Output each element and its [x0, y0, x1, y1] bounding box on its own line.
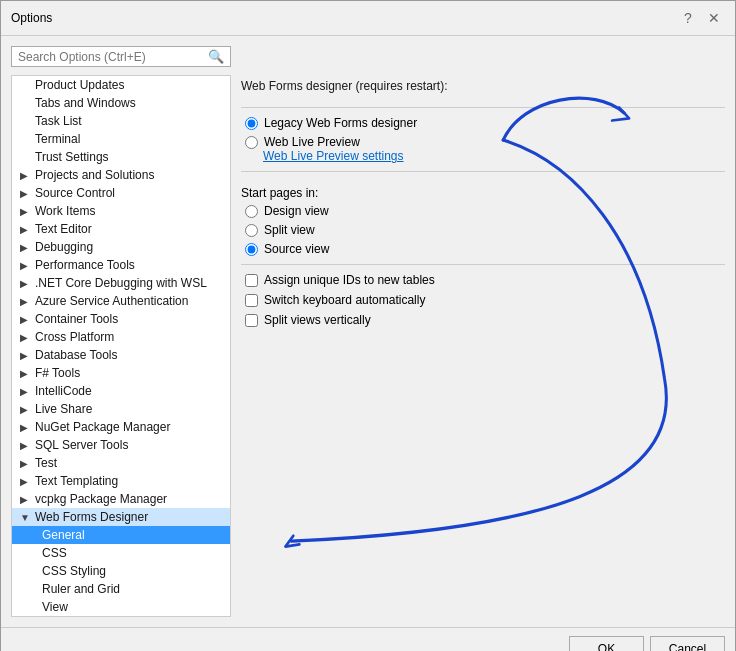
tree-item-vcpkg[interactable]: ▶ vcpkg Package Manager [12, 490, 230, 508]
expand-arrow: ▶ [20, 242, 32, 253]
expand-arrow: ▶ [20, 314, 32, 325]
close-button[interactable]: ✕ [703, 7, 725, 29]
expand-arrow: ▶ [20, 494, 32, 505]
checkbox-unique-ids-text: Assign unique IDs to new tables [264, 273, 435, 287]
expand-arrow: ▶ [20, 476, 32, 487]
search-input[interactable] [18, 50, 208, 64]
tree-label: Tabs and Windows [35, 96, 136, 110]
expand-arrow: ▼ [20, 512, 32, 523]
radio-web-live-text: Web Live Preview [264, 135, 360, 149]
tree-label: Web Forms Designer [35, 510, 148, 524]
tree-item-text-templating[interactable]: ▶ Text Templating [12, 472, 230, 490]
tree-label: Performance Tools [35, 258, 135, 272]
tree-item-web-forms-designer[interactable]: ▼ Web Forms Designer [12, 508, 230, 526]
tree-label: Terminal [35, 132, 80, 146]
tree-item-sql-server[interactable]: ▶ SQL Server Tools [12, 436, 230, 454]
dialog-title: Options [11, 11, 52, 25]
expand-arrow: ▶ [20, 260, 32, 271]
radio-web-live-input[interactable] [245, 136, 258, 149]
tree-item-live-share[interactable]: ▶ Live Share [12, 400, 230, 418]
radio-source-input[interactable] [245, 243, 258, 256]
section-divider-1 [241, 107, 725, 108]
radio-legacy-input[interactable] [245, 117, 258, 130]
tree-item-trust-settings[interactable]: Trust Settings [12, 148, 230, 166]
tree-label: Live Share [35, 402, 92, 416]
tree-item-terminal[interactable]: Terminal [12, 130, 230, 148]
expand-arrow: ▶ [20, 386, 32, 397]
checkbox-split-vertical-label[interactable]: Split views vertically [245, 313, 725, 327]
section-divider-2 [241, 171, 725, 172]
tree-label: vcpkg Package Manager [35, 492, 167, 506]
tree-label: Product Updates [35, 78, 124, 92]
tree-item-product-updates[interactable]: Product Updates [12, 76, 230, 94]
checkbox-group: Assign unique IDs to new tables Switch k… [245, 273, 725, 327]
search-icon: 🔍 [208, 49, 224, 64]
radio-design-label[interactable]: Design view [245, 204, 725, 218]
radio-legacy-label[interactable]: Legacy Web Forms designer [245, 116, 725, 130]
tree-item-css[interactable]: CSS [12, 544, 230, 562]
tree-item-azure-auth[interactable]: ▶ Azure Service Authentication [12, 292, 230, 310]
tree-item-work-items[interactable]: ▶ Work Items [12, 202, 230, 220]
expand-arrow: ▶ [20, 278, 32, 289]
tree-item-task-list[interactable]: Task List [12, 112, 230, 130]
tree-item-cross-platform[interactable]: ▶ Cross Platform [12, 328, 230, 346]
tree-item-view[interactable]: View [12, 598, 230, 616]
tree-item-source-control[interactable]: ▶ Source Control [12, 184, 230, 202]
start-pages-radio-group: Design view Split view Source view [245, 204, 725, 256]
tree-item-projects-solutions[interactable]: ▶ Projects and Solutions [12, 166, 230, 184]
tree-item-debugging[interactable]: ▶ Debugging [12, 238, 230, 256]
radio-split-label[interactable]: Split view [245, 223, 725, 237]
left-tree-panel: Product Updates Tabs and Windows Task Li… [11, 75, 231, 617]
checkbox-split-vertical[interactable] [245, 314, 258, 327]
expand-arrow: ▶ [20, 422, 32, 433]
tree-item-text-editor[interactable]: ▶ Text Editor [12, 220, 230, 238]
tree-item-css-styling[interactable]: CSS Styling [12, 562, 230, 580]
radio-split-input[interactable] [245, 224, 258, 237]
tree-item-ruler-grid[interactable]: Ruler and Grid [12, 580, 230, 598]
radio-source-label[interactable]: Source view [245, 242, 725, 256]
tree-item-performance-tools[interactable]: ▶ Performance Tools [12, 256, 230, 274]
tree-item-nuget[interactable]: ▶ NuGet Package Manager [12, 418, 230, 436]
tree-item-fsharp[interactable]: ▶ F# Tools [12, 364, 230, 382]
checkbox-unique-ids[interactable] [245, 274, 258, 287]
tree-item-intellicode[interactable]: ▶ IntelliCode [12, 382, 230, 400]
radio-design-input[interactable] [245, 205, 258, 218]
radio-split-text: Split view [264, 223, 315, 237]
right-settings-panel: Web Forms designer (requires restart): L… [241, 75, 725, 617]
cancel-button[interactable]: Cancel [650, 636, 725, 651]
checkbox-split-vertical-text: Split views vertically [264, 313, 371, 327]
tree-item-net-core-debugging[interactable]: ▶ .NET Core Debugging with WSL [12, 274, 230, 292]
ok-button[interactable]: OK [569, 636, 644, 651]
expand-arrow: ▶ [20, 350, 32, 361]
main-content: Product Updates Tabs and Windows Task Li… [11, 75, 725, 617]
tree-item-tabs-windows[interactable]: Tabs and Windows [12, 94, 230, 112]
expand-arrow: ▶ [20, 458, 32, 469]
radio-web-live-label[interactable]: Web Live Preview [245, 135, 725, 149]
tree-item-database-tools[interactable]: ▶ Database Tools [12, 346, 230, 364]
checkbox-keyboard-text: Switch keyboard automatically [264, 293, 425, 307]
web-forms-radio-group: Legacy Web Forms designer Web Live Previ… [245, 116, 725, 149]
tree-child-label: Ruler and Grid [42, 582, 120, 596]
tree-label: Work Items [35, 204, 95, 218]
tree-label: Azure Service Authentication [35, 294, 188, 308]
help-button[interactable]: ? [677, 7, 699, 29]
checkbox-keyboard-label[interactable]: Switch keyboard automatically [245, 293, 725, 307]
web-forms-section-label: Web Forms designer (requires restart): [241, 75, 725, 93]
tree-label: Debugging [35, 240, 93, 254]
search-row: 🔍 [11, 46, 231, 67]
tree-label: IntelliCode [35, 384, 92, 398]
radio-design-text: Design view [264, 204, 329, 218]
checkbox-keyboard[interactable] [245, 294, 258, 307]
tree-item-test[interactable]: ▶ Test [12, 454, 230, 472]
checkbox-unique-ids-label[interactable]: Assign unique IDs to new tables [245, 273, 725, 287]
tree-label: .NET Core Debugging with WSL [35, 276, 207, 290]
tree-item-container-tools[interactable]: ▶ Container Tools [12, 310, 230, 328]
web-live-settings-link[interactable]: Web Live Preview settings [263, 149, 404, 163]
tree-child-label: View [42, 600, 68, 614]
tree-child-label: CSS Styling [42, 564, 106, 578]
tree-item-general[interactable]: General [12, 526, 230, 544]
title-bar: Options ? ✕ [1, 1, 735, 36]
tree-label: SQL Server Tools [35, 438, 128, 452]
expand-arrow: ▶ [20, 332, 32, 343]
tree-label: Task List [35, 114, 82, 128]
